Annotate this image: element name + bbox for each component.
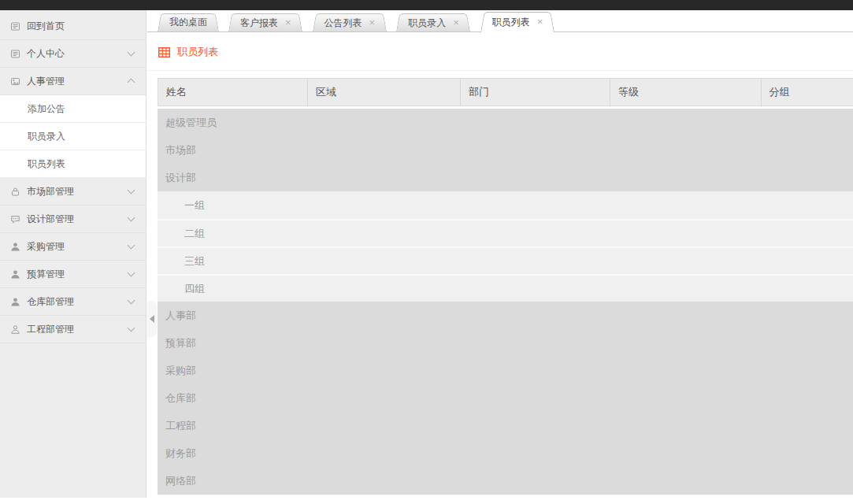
sidebar-item-label: 个人中心 xyxy=(27,47,128,61)
lock-icon xyxy=(10,187,20,197)
chevron-up-icon xyxy=(128,79,135,87)
chevron-down-icon xyxy=(128,214,135,222)
tab-staff-list[interactable]: 职员列表× xyxy=(480,12,555,32)
tab-label: 公告列表 xyxy=(325,17,362,28)
close-icon[interactable]: × xyxy=(285,17,291,28)
sidebar-item-purchasing[interactable]: 采购管理 xyxy=(0,233,146,261)
column-header: 分组 xyxy=(762,79,853,106)
sidebar-item-home[interactable]: 回到首页 xyxy=(0,13,146,40)
sidebar-item-label: 回到首页 xyxy=(27,20,135,33)
sidebar-item-label: 仓库部管理 xyxy=(27,295,128,309)
table-row[interactable]: 超级管理员 xyxy=(158,109,853,136)
sidebar-subitem-add-announcement[interactable]: 添加公告 xyxy=(0,95,146,123)
table-row[interactable]: 二组 xyxy=(158,219,853,246)
table-row[interactable]: 工程部 xyxy=(158,412,853,439)
page-title: 职员列表 xyxy=(177,45,218,59)
document-icon xyxy=(10,49,20,59)
chevron-down-icon xyxy=(128,187,135,195)
table-row[interactable]: 财务部 xyxy=(158,439,853,467)
sidebar-item-label: 市场部管理 xyxy=(27,185,128,198)
tab-bar: 我的桌面客户报表×公告列表×职员录入×职员列表× xyxy=(147,10,853,32)
tab-announcement-list[interactable]: 公告列表× xyxy=(313,13,388,32)
column-header: 部门 xyxy=(461,79,610,106)
header-divider xyxy=(147,70,853,71)
sidebar-item-marketing-dept[interactable]: 市场部管理 xyxy=(0,178,146,206)
table-row[interactable]: 人事部 xyxy=(158,302,853,329)
table-row[interactable]: 网络部 xyxy=(158,467,853,495)
table-row[interactable]: 采购部 xyxy=(158,357,853,384)
row-name-cell: 采购部 xyxy=(165,364,196,378)
sidebar-item-engineering-dept[interactable]: 工程部管理 xyxy=(0,316,146,343)
sidebar-item-warehouse-dept[interactable]: 仓库部管理 xyxy=(0,288,146,316)
row-name-cell: 预算部 xyxy=(165,336,196,350)
row-name-cell: 超级管理员 xyxy=(165,116,217,130)
chevron-down-icon xyxy=(128,242,135,250)
page-header: 职员列表 xyxy=(158,45,853,59)
row-name-cell: 四组 xyxy=(184,282,205,296)
tab-label: 职员录入 xyxy=(408,17,446,28)
top-bar xyxy=(0,0,853,10)
staff-table: 姓名区域部门等级分组 超级管理员市场部设计部一组二组三组四组人事部预算部采购部仓… xyxy=(158,78,853,495)
user-icon xyxy=(10,242,20,252)
row-name-cell: 工程部 xyxy=(165,419,196,433)
user-icon xyxy=(10,297,20,307)
sidebar-item-label: 采购管理 xyxy=(27,240,128,254)
row-name-cell: 市场部 xyxy=(165,143,196,158)
row-name-cell: 网络部 xyxy=(165,474,196,488)
table-grid-icon xyxy=(158,47,170,57)
tab-customer-report[interactable]: 客户报表× xyxy=(228,13,303,32)
document-icon xyxy=(10,21,20,32)
chevron-down-icon xyxy=(128,49,135,57)
row-name-cell: 财务部 xyxy=(165,447,196,461)
sidebar-item-label: 人事管理 xyxy=(27,75,128,88)
user-icon xyxy=(10,269,20,280)
table-row[interactable]: 三组 xyxy=(158,246,853,274)
tab-my-desktop[interactable]: 我的桌面 xyxy=(158,13,219,32)
sidebar-subitem-staff-list[interactable]: 职员列表 xyxy=(0,150,146,178)
sidebar-item-personal-center[interactable]: 个人中心 xyxy=(0,40,146,68)
tab-staff-entry[interactable]: 职员录入× xyxy=(396,13,471,32)
close-icon[interactable]: × xyxy=(369,17,376,28)
chevron-down-icon xyxy=(128,269,135,277)
sidebar-item-label: 工程部管理 xyxy=(27,323,128,336)
tab-label: 职员列表 xyxy=(492,17,530,28)
sidebar-collapse-handle[interactable] xyxy=(147,301,157,337)
sidebar-item-label: 设计部管理 xyxy=(27,213,128,226)
chat-icon xyxy=(10,214,20,224)
row-name-cell: 一组 xyxy=(184,198,205,213)
column-header: 等级 xyxy=(610,79,762,106)
row-name-cell: 人事部 xyxy=(165,309,196,323)
row-name-cell: 仓库部 xyxy=(165,391,196,406)
chevron-down-icon xyxy=(128,324,135,332)
app-window: 回到首页个人中心人事管理添加公告职员录入职员列表市场部管理设计部管理采购管理预算… xyxy=(0,0,853,504)
table-row[interactable]: 四组 xyxy=(158,274,853,302)
sidebar-item-budget[interactable]: 预算管理 xyxy=(0,261,146,288)
sidebar-item-design-dept[interactable]: 设计部管理 xyxy=(0,206,146,233)
close-icon[interactable]: × xyxy=(453,17,459,28)
table-row[interactable]: 一组 xyxy=(158,191,853,219)
table-header-row: 姓名区域部门等级分组 xyxy=(158,78,853,106)
tab-label: 客户报表 xyxy=(240,17,278,28)
sidebar-subitem-staff-entry[interactable]: 职员录入 xyxy=(0,123,146,150)
sidebar-item-label: 预算管理 xyxy=(27,268,128,281)
column-header: 区域 xyxy=(308,79,462,106)
table-row[interactable]: 市场部 xyxy=(158,136,853,164)
table-body: 超级管理员市场部设计部一组二组三组四组人事部预算部采购部仓库部工程部财务部网络部 xyxy=(158,109,853,495)
user-outline-icon xyxy=(10,324,20,335)
sidebar: 回到首页个人中心人事管理添加公告职员录入职员列表市场部管理设计部管理采购管理预算… xyxy=(0,10,146,498)
tab-label: 我的桌面 xyxy=(169,17,207,28)
collapse-left-arrow-icon xyxy=(150,315,154,323)
chevron-down-icon xyxy=(128,297,135,305)
main-content: 我的桌面客户报表×公告列表×职员录入×职员列表× 职员列表 姓名区域部门等级分组… xyxy=(147,10,853,504)
sidebar-menu: 回到首页个人中心人事管理添加公告职员录入职员列表市场部管理设计部管理采购管理预算… xyxy=(0,13,146,343)
table-row[interactable]: 预算部 xyxy=(158,329,853,357)
close-icon[interactable]: × xyxy=(537,16,543,28)
row-name-cell: 设计部 xyxy=(165,171,196,185)
image-icon xyxy=(10,76,20,87)
column-header: 姓名 xyxy=(158,79,308,106)
row-name-cell: 三组 xyxy=(184,254,205,269)
table-row[interactable]: 仓库部 xyxy=(158,384,853,412)
table-row[interactable]: 设计部 xyxy=(158,164,853,191)
row-name-cell: 二组 xyxy=(184,227,205,241)
sidebar-item-hr-management[interactable]: 人事管理 xyxy=(0,68,146,95)
